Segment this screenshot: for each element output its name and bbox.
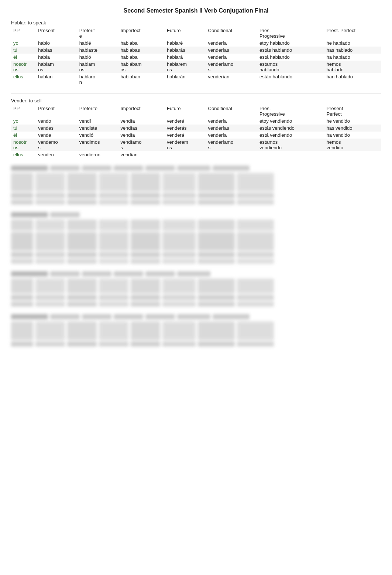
- cell-pp: ellos: [11, 73, 36, 86]
- table-row: ellos hablan hablaron hablaban hablarán …: [11, 73, 381, 86]
- vender-header-row: PP Present Preterite Imperfect Future Co…: [11, 105, 381, 118]
- vender-title: Vender: to sell: [11, 98, 381, 103]
- cell-present-perfect: has vendido: [324, 125, 381, 132]
- cell-future: hablaremos: [165, 61, 206, 73]
- hablar-header-pp: PP: [11, 27, 36, 40]
- page-title: Second Semester Spanish II Verb Conjugat…: [11, 7, 381, 14]
- cell-imperfect: vendía: [118, 118, 165, 125]
- cell-prest-perf: han hablado: [324, 73, 381, 86]
- cell-imperfect: vendíamos: [118, 139, 165, 151]
- cell-future: venderá: [165, 132, 206, 139]
- hablar-header-conditional: Conditional: [206, 27, 258, 40]
- cell-imperfect: hablaban: [118, 73, 165, 86]
- cell-preterite: vendimos: [77, 139, 118, 151]
- cell-conditional: venderían: [206, 73, 258, 86]
- table-row: él vende vendió vendía venderá vendería …: [11, 132, 381, 139]
- cell-conditional: vendería: [206, 54, 258, 61]
- table-row: ellos venden vendieron vendían: [11, 151, 381, 158]
- divider: [11, 93, 381, 93]
- cell-pp: tú: [11, 125, 36, 132]
- cell-conditional: vendería: [206, 118, 258, 125]
- cell-preterit: hablé: [77, 40, 118, 47]
- cell-preterit: hablaron: [77, 73, 118, 86]
- cell-future: venderemos: [165, 139, 206, 151]
- cell-prest-perf: he hablado: [324, 40, 381, 47]
- hablar-header-present: Present: [36, 27, 77, 40]
- hablar-header-row: PP Present Preterite Imperfect Future Co…: [11, 27, 381, 40]
- cell-preterit: hablaste: [77, 47, 118, 54]
- hablar-table: PP Present Preterite Imperfect Future Co…: [11, 27, 381, 86]
- cell-imperfect: hablaba: [118, 54, 165, 61]
- hablar-header-imperfect: Imperfect: [118, 27, 165, 40]
- cell-pres-prog: estás vendiendo: [257, 125, 324, 132]
- cell-imperfect: vendía: [118, 132, 165, 139]
- vender-header-pp: PP: [11, 105, 36, 118]
- table-row: nosotros hablamos hablamos hablábamos ha…: [11, 61, 381, 73]
- cell-preterite: vendiste: [77, 125, 118, 132]
- cell-prest-perf: hemoshablado: [324, 61, 381, 73]
- vender-header-present: Present: [36, 105, 77, 118]
- cell-pres-prog: está hablando: [257, 54, 324, 61]
- cell-future: hablarás: [165, 47, 206, 54]
- cell-present-perfect: [324, 151, 381, 158]
- cell-present: vendemos: [36, 139, 77, 151]
- table-row: yo vendo vendí vendía venderé vendería e…: [11, 118, 381, 125]
- cell-present: hablamos: [36, 61, 77, 73]
- cell-imperfect: vendías: [118, 125, 165, 132]
- cell-pp: yo: [11, 118, 36, 125]
- cell-present: vende: [36, 132, 77, 139]
- cell-preterit: hablamos: [77, 61, 118, 73]
- cell-pres-prog: estás hablando: [257, 47, 324, 54]
- cell-future: venderás: [165, 125, 206, 132]
- cell-future: hablará: [165, 54, 206, 61]
- blurred-section-1: [11, 166, 381, 205]
- cell-conditional: venderías: [206, 47, 258, 54]
- cell-pres-prog: etoy hablando: [257, 40, 324, 47]
- cell-present: vendo: [36, 118, 77, 125]
- cell-prest-perf: ha hablado: [324, 54, 381, 61]
- cell-imperfect: hablaba: [118, 40, 165, 47]
- cell-conditional: venderíamos: [206, 61, 258, 73]
- table-row: nosotros vendemos vendimos vendíamos ven…: [11, 139, 381, 151]
- cell-present-perfect: hemosvendido: [324, 139, 381, 151]
- cell-present-perfect: he vendido: [324, 118, 381, 125]
- vender-header-preterite: Preterite: [77, 105, 118, 118]
- cell-present: vendes: [36, 125, 77, 132]
- vender-header-pres-prog: Pres.Progressive: [257, 105, 324, 118]
- cell-pp: ellos: [11, 151, 36, 158]
- cell-pres-prog: estamoshablando: [257, 61, 324, 73]
- cell-prest-perf: has hablado: [324, 47, 381, 54]
- cell-pp: él: [11, 132, 36, 139]
- cell-pres-prog: está vendiendo: [257, 132, 324, 139]
- cell-pp: nosotros: [11, 139, 36, 151]
- cell-pp: nosotros: [11, 61, 36, 73]
- hablar-section: Hablar: to speak PP Present Preterite Im…: [11, 20, 381, 86]
- cell-preterite: vendí: [77, 118, 118, 125]
- cell-conditional: venderíamos: [206, 139, 258, 151]
- cell-present: hablo: [36, 40, 77, 47]
- blurred-section-3: [11, 271, 381, 307]
- cell-present-perfect: ha vendido: [324, 132, 381, 139]
- table-row: tú vendes vendiste vendías venderás vend…: [11, 125, 381, 132]
- cell-conditional: vendería: [206, 132, 258, 139]
- cell-present: habla: [36, 54, 77, 61]
- cell-pres-prog: etoy vendiendo: [257, 118, 324, 125]
- cell-imperfect: vendían: [118, 151, 165, 158]
- cell-pres-prog: [257, 151, 324, 158]
- cell-preterite: vendieron: [77, 151, 118, 158]
- cell-preterit: habló: [77, 54, 118, 61]
- cell-future: venderé: [165, 118, 206, 125]
- cell-present: hablas: [36, 47, 77, 54]
- cell-conditional: [206, 151, 258, 158]
- vender-section: Vender: to sell PP Present Preterite Imp…: [11, 98, 381, 158]
- table-row: yo hablo hablé hablaba hablaré vendería …: [11, 40, 381, 47]
- cell-pp: yo: [11, 40, 36, 47]
- vender-header-conditional: Conditional: [206, 105, 258, 118]
- cell-future: hablarán: [165, 73, 206, 86]
- hablar-header-pres-prog: Pres.Progressive: [257, 27, 324, 40]
- cell-future: [165, 151, 206, 158]
- hablar-title: Hablar: to speak: [11, 20, 381, 25]
- cell-present: venden: [36, 151, 77, 158]
- blurred-section-4: [11, 314, 381, 347]
- table-row: él habla habló hablaba hablará vendería …: [11, 54, 381, 61]
